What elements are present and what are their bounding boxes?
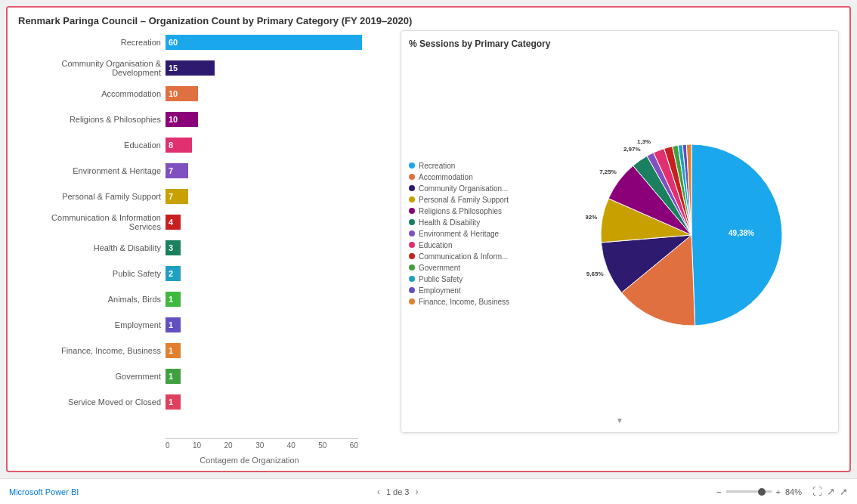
legend-item: Communication & Inform... [409, 252, 552, 261]
bar-fill[interactable]: 3 [166, 240, 181, 255]
bar-fill[interactable]: 1 [166, 369, 181, 384]
pie-percentage-label: 2,97% [623, 146, 641, 153]
bar-fill[interactable]: 7 [166, 163, 188, 178]
legend-item: Health & Disability [409, 218, 552, 227]
bar-row: Service Moved or Closed1 [18, 390, 378, 414]
x-tick-20: 20 [224, 441, 233, 450]
legend-item: Employment [409, 286, 552, 295]
fullscreen-icon[interactable]: ⛶ [812, 486, 822, 497]
share-icon[interactable]: ↗ [827, 486, 835, 497]
legend-dot [409, 219, 415, 225]
bar-container: 10 [166, 85, 378, 102]
bar-row: Public Safety2 [18, 261, 378, 286]
zoom-minus-button[interactable]: − [716, 487, 721, 496]
bar-container: 60 [166, 34, 378, 51]
expand-icon[interactable]: ➚ [840, 486, 848, 497]
bar-value-label: 15 [169, 63, 178, 73]
legend-dot [409, 264, 415, 271]
legend-dot [409, 196, 415, 203]
legend-label: Environment & Heritage [419, 230, 499, 238]
legend-label: Accommodation [419, 173, 473, 181]
legend-dot [409, 298, 415, 305]
legend-dot [409, 253, 415, 259]
scroll-down-icon[interactable]: ▼ [409, 416, 831, 425]
main-container: Renmark Paringa Council – Organization C… [0, 0, 857, 478]
x-tick-0: 0 [166, 441, 170, 450]
next-page-button[interactable]: › [416, 487, 419, 497]
legend-item: Government [409, 264, 552, 272]
bar-container: 10 [166, 111, 378, 128]
bar-fill[interactable]: 1 [166, 394, 181, 410]
bar-container: 1 [166, 394, 378, 410]
powerbi-link[interactable]: Microsoft Power BI [9, 487, 79, 496]
pie-percentage-label: 9,65% [586, 271, 604, 277]
bar-fill[interactable]: 1 [166, 317, 181, 332]
x-tick-10: 10 [193, 441, 201, 450]
legend-label: Education [419, 241, 452, 249]
bar-row: Community Organisation & Development15 [18, 56, 378, 80]
bar-value-label: 7 [169, 166, 173, 175]
bar-value-label: 1 [169, 346, 173, 355]
bar-label: Environment & Heritage [18, 166, 166, 175]
bar-label: Government [18, 372, 166, 381]
bar-container: 1 [166, 291, 378, 308]
prev-page-button[interactable]: ‹ [377, 487, 380, 497]
bar-fill[interactable]: 1 [166, 292, 181, 307]
bar-value-label: 1 [169, 372, 173, 381]
pie-title: % Sessions by Primary Category [409, 39, 831, 49]
bar-row: Environment & Heritage7 [18, 159, 378, 183]
bottom-bar: Microsoft Power BI ‹ 1 de 3 › − + 84% ⛶ … [0, 478, 857, 504]
legend-label: Health & Disability [419, 218, 480, 227]
bar-value-label: 10 [169, 115, 178, 124]
bar-row: Education8 [18, 133, 378, 157]
bar-label: Employment [18, 320, 166, 329]
pie-legend: RecreationAccommodationCommunity Organis… [409, 162, 552, 309]
bar-label: Communication & Information Services [18, 213, 166, 231]
bar-label: Recreation [18, 38, 166, 47]
legend-item: Community Organisation... [409, 184, 552, 193]
bar-row: Health & Disability3 [18, 236, 378, 260]
chart-wrapper: Renmark Paringa Council – Organization C… [6, 6, 851, 472]
legend-label: Personal & Family Support [419, 196, 509, 204]
bar-container: 15 [166, 60, 378, 76]
chart-title: Renmark Paringa Council – Organization C… [18, 15, 839, 26]
pie-percentage-label: 49,38% [729, 229, 754, 237]
bar-fill[interactable]: 2 [166, 266, 181, 281]
legend-dot [409, 174, 415, 180]
bar-row: Accommodation10 [18, 82, 378, 106]
x-tick-60: 60 [350, 441, 358, 450]
bar-value-label: 4 [169, 218, 173, 227]
pie-percentage-label: 7,92% [586, 214, 597, 221]
bar-row: Finance, Income, Business1 [18, 339, 378, 363]
pie-content: RecreationAccommodationCommunity Organis… [409, 55, 831, 415]
legend-item: Religions & Philosophies [409, 207, 552, 215]
bar-value-label: 10 [169, 89, 178, 98]
bar-label: Religions & Philosophies [18, 115, 166, 124]
legend-item: Recreation [409, 162, 552, 170]
zoom-slider[interactable] [726, 490, 772, 493]
bar-label: Accommodation [18, 89, 166, 98]
bar-fill[interactable]: 10 [166, 112, 198, 127]
bar-fill[interactable]: 4 [166, 215, 181, 230]
bar-label: Service Moved or Closed [18, 397, 166, 407]
legend-dot [409, 230, 415, 237]
zoom-plus-button[interactable]: + [776, 487, 781, 496]
legend-item: Education [409, 241, 552, 249]
x-axis-label: Contagem de Organization [200, 456, 299, 465]
bar-fill[interactable]: 15 [166, 60, 215, 76]
bar-fill[interactable]: 1 [166, 343, 181, 358]
bar-label: Personal & Family Support [18, 192, 166, 201]
bar-container: 1 [166, 317, 378, 333]
bar-label: Community Organisation & Development [18, 59, 166, 77]
pie-percentage-label: 7,25% [599, 169, 617, 175]
legend-label: Finance, Income, Business [419, 298, 509, 306]
bar-fill[interactable]: 60 [166, 35, 362, 50]
bar-fill[interactable]: 7 [166, 189, 188, 204]
bar-value-label: 1 [169, 295, 173, 304]
bar-fill[interactable]: 10 [166, 86, 198, 101]
legend-label: Recreation [419, 162, 455, 170]
bar-label: Education [18, 141, 166, 150]
pie-percentage-label: 1,3% [637, 138, 651, 145]
bar-fill[interactable]: 8 [166, 138, 192, 153]
bar-row: Recreation60 [18, 30, 378, 54]
